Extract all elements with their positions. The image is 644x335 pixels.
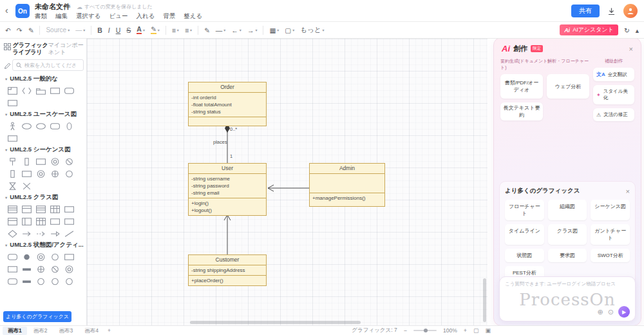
collapse-toolbar-icon[interactable]: ▴ — [636, 26, 639, 35]
uml-class-customer[interactable]: Customer-string shippingAddress+placeOrd… — [188, 254, 267, 286]
undo-button[interactable]: ↶ — [5, 26, 11, 35]
graphics-pill-8[interactable]: SWOT分析 — [591, 249, 630, 262]
aux-item-0[interactable]: 文A全文翻訳 — [593, 68, 634, 81]
graphics-pill-0[interactable]: フローチャート — [505, 200, 544, 220]
shape-ellipse-icon[interactable] — [33, 120, 48, 132]
shape-cross-circle-icon[interactable] — [48, 263, 62, 275]
italic-button[interactable]: I — [108, 26, 110, 35]
zoom-out-button[interactable]: − — [404, 327, 407, 334]
align-dropdown[interactable]: ≡ ▾ — [172, 26, 179, 34]
font-color-dropdown[interactable]: A ▾ — [137, 26, 145, 34]
shape-class2-icon[interactable] — [19, 203, 33, 215]
menu-item-6[interactable]: 整える — [184, 12, 202, 21]
vertical-scrollbar[interactable] — [483, 278, 486, 322]
shape-rounded-icon[interactable] — [62, 84, 76, 97]
download-icon[interactable] — [607, 7, 616, 15]
shape-rect-icon[interactable] — [5, 97, 19, 109]
shape-package-icon[interactable] — [33, 84, 48, 97]
aux-item-1[interactable]: ✦スタイル美化 — [593, 85, 634, 104]
canvas[interactable]: 0..* places 1 Order-int orderId-float to… — [87, 39, 488, 325]
shape-rect-icon[interactable] — [62, 215, 76, 227]
doc-pdf-audio-button[interactable]: 書類/PDF/オーディオ — [500, 74, 543, 99]
uml-class-order[interactable]: Order-int orderId-float totalAmount-stri… — [188, 82, 267, 126]
shape-table-icon[interactable] — [33, 215, 48, 227]
shape-xcross-icon[interactable] — [19, 180, 33, 192]
shape-openarrow-icon[interactable] — [48, 227, 62, 240]
bold-button[interactable]: B — [97, 26, 102, 35]
shape-double-circle-icon[interactable] — [62, 263, 76, 275]
layout-dropdown[interactable]: ▦ ▾ — [269, 26, 279, 34]
underline-button[interactable]: U — [116, 26, 121, 35]
attach-icon[interactable]: ⊕ — [598, 308, 603, 316]
highlight-color-dropdown[interactable]: ✎ ▾ — [151, 26, 160, 34]
menu-item-3[interactable]: ビュー — [109, 12, 128, 21]
avatar[interactable] — [623, 4, 638, 18]
shape-class2-icon[interactable] — [5, 215, 19, 227]
shape-plus-circle-icon[interactable] — [33, 263, 48, 275]
shape-dasharrow-icon[interactable] — [33, 227, 48, 240]
shape-rect-icon[interactable] — [62, 251, 76, 263]
search-input[interactable] — [24, 62, 80, 68]
shape-lifeline-icon[interactable] — [5, 155, 19, 168]
share-button[interactable]: 共有 — [571, 5, 600, 17]
canvas-tab-3[interactable]: 画布4 — [79, 327, 104, 335]
shape-rect-icon[interactable] — [48, 84, 62, 97]
more-graphics-button[interactable]: より多くのグラフィックス — [3, 311, 71, 322]
arrow-start-dropdown[interactable]: ← ▾ — [231, 26, 242, 34]
uml-class-admin[interactable]: Admin+managePermissions() — [309, 163, 385, 207]
send-button[interactable]: ▶ — [618, 306, 630, 318]
draw-tool-icon[interactable] — [3, 61, 12, 70]
sidebar-section-header[interactable]: ▾UML2.5 シーケンス図 — [5, 144, 84, 155]
shape-double-circle-icon[interactable] — [33, 168, 48, 180]
shape-cross-circle-icon[interactable] — [62, 155, 76, 168]
shape-search-box[interactable] — [12, 59, 84, 71]
canvas-tab-0[interactable]: 画布1 — [3, 327, 27, 335]
shape-splitrect-icon[interactable] — [19, 215, 33, 227]
shape-rect-icon[interactable] — [5, 263, 19, 275]
shape-circle-icon[interactable] — [62, 275, 76, 287]
shape-circle-icon[interactable] — [48, 275, 62, 287]
menu-item-2[interactable]: 選択する — [76, 12, 100, 21]
shape-angle-icon[interactable] — [19, 84, 33, 97]
graphics-pill-2[interactable]: シーケンス図 — [591, 200, 630, 220]
redo-button[interactable]: ↷ — [17, 26, 23, 35]
long-text-summary-button[interactable]: 長文テキスト要約 — [500, 102, 543, 120]
shape-arrow-icon[interactable] — [19, 227, 33, 240]
more-dropdown[interactable]: もっと ▾ — [300, 26, 324, 35]
horizontal-scrollbar[interactable] — [190, 321, 361, 324]
shape-rect-icon[interactable] — [62, 203, 76, 215]
menu-item-1[interactable]: 編集 — [55, 12, 68, 21]
sidebar-section-header[interactable]: ▾UML2.5 一般的な — [5, 73, 84, 84]
shape-class3-icon[interactable] — [33, 203, 48, 215]
shape-actor-icon[interactable] — [5, 120, 19, 132]
sidebar-section-header[interactable]: ▾UML2.5 状態図/アクティ... — [5, 240, 84, 251]
uml-class-user[interactable]: User-string username-string password-str… — [188, 163, 267, 216]
shape-frame-icon[interactable] — [5, 84, 19, 97]
shape-class3-icon[interactable] — [5, 203, 19, 215]
shape-plus-circle-icon[interactable] — [48, 168, 62, 180]
graphics-pill-7[interactable]: 要求図 — [548, 249, 587, 262]
shape-activation-icon[interactable] — [19, 155, 33, 168]
graphics-pill-4[interactable]: クラス図 — [548, 224, 587, 245]
close-icon[interactable]: × — [629, 45, 633, 53]
mention-icon[interactable]: ⊙ — [608, 308, 614, 316]
back-icon[interactable]: ‹ — [5, 5, 8, 15]
shape-hourglass-icon[interactable] — [5, 180, 19, 192]
shape-vellipse-icon[interactable] — [62, 120, 76, 132]
shape-circle-icon[interactable] — [48, 251, 62, 263]
arrow-end-dropdown[interactable]: → ▾ — [247, 26, 258, 34]
menu-item-0[interactable]: 書類 — [35, 12, 47, 21]
shape-hbar-icon[interactable] — [19, 275, 33, 287]
aux-item-2[interactable]: ⚠文法の修正 — [593, 108, 634, 121]
shape-rect-icon[interactable] — [5, 132, 19, 144]
web-analysis-button[interactable]: ウェブ分析 — [547, 74, 589, 99]
shape-double-circle-icon[interactable] — [33, 251, 48, 263]
app-logo[interactable]: On — [15, 4, 30, 18]
zoom-slider[interactable] — [413, 330, 437, 331]
font-size-dropdown[interactable]: — ▾ — [75, 26, 85, 34]
shape-rounded-icon[interactable] — [5, 275, 19, 287]
shape-activation-icon[interactable] — [5, 168, 19, 180]
ai-assistant-button[interactable]: Ai AIアシスタント — [560, 24, 618, 35]
shape-double-circle-icon[interactable] — [48, 155, 62, 168]
shape-circle-icon[interactable] — [62, 168, 76, 180]
